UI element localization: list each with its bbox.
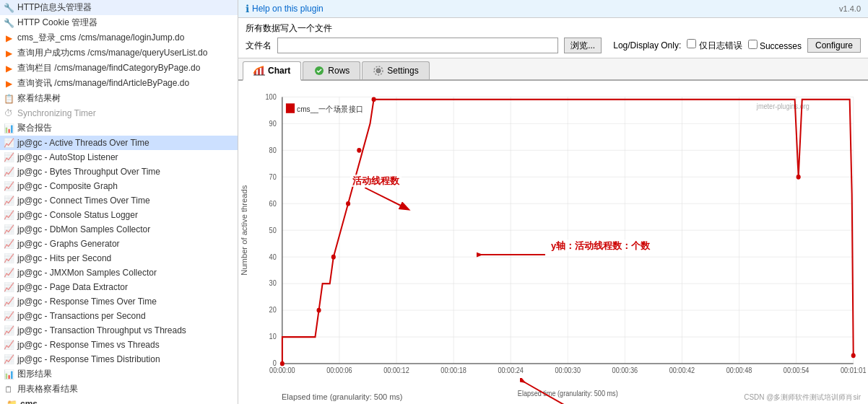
arrow-icon: ▶ (3, 32, 14, 44)
configure-button[interactable]: Configure (807, 38, 861, 53)
svg-text:00:00:12: 00:00:12 (383, 366, 409, 375)
plugin-icon: 📈 (3, 325, 14, 336)
svg-point-63 (851, 353, 856, 358)
list-icon: 📋 (3, 93, 14, 105)
tab-chart[interactable]: Chart (243, 61, 301, 81)
svg-text:Number of active threads: Number of active threads (240, 185, 248, 276)
browse-button[interactable]: 浏览... (564, 38, 602, 53)
sidebar-item-transaction-throughput[interactable]: 📈 jp@gc - Transaction Throughput vs Thre… (0, 323, 238, 338)
plugin-icon: 📈 (3, 224, 14, 235)
csdn-watermark: CSDN @多测师软件测试培训师肖sir (744, 392, 861, 403)
sidebar-item-view-result[interactable]: 📋 察看结果树 (0, 91, 238, 106)
plugin-icon: 📈 (3, 354, 14, 365)
sidebar-item-bytes-throughput[interactable]: 📈 jp@gc - Bytes Throughput Over Time (0, 164, 238, 179)
sidebar-item-response-times-over-time[interactable]: 📈 jp@gc - Response Times Over Time (0, 294, 238, 309)
help-bar: ℹ Help on this plugin v1.4.0 (238, 0, 868, 18)
plugin-icon: 📈 (3, 209, 14, 221)
sidebar-item-autostop[interactable]: 📈 jp@gc - AutoStop Listener (0, 150, 238, 164)
svg-text:00:00:42: 00:00:42 (669, 366, 695, 375)
sidebar-item-page-data[interactable]: 📈 jp@gc - Page Data Extractor (0, 280, 238, 294)
info-icon: ℹ (246, 3, 249, 14)
plugin-icon: 📈 (3, 310, 14, 322)
svg-text:00:00:48: 00:00:48 (726, 366, 752, 375)
help-link[interactable]: ℹ Help on this plugin (246, 3, 324, 14)
plugin-icon: 📈 (3, 281, 14, 293)
arrow-icon: ▶ (3, 63, 14, 74)
plugin-icon: 📈 (3, 180, 14, 192)
sidebar-item-query-column[interactable]: ▶ 查询栏目 /cms/manage/findCategoryByPage.do (0, 61, 238, 76)
successes-checkbox-label[interactable]: Successes (748, 40, 802, 51)
svg-point-58 (331, 255, 336, 260)
main-panel: ℹ Help on this plugin v1.4.0 所有数据写入一个文件 … (238, 0, 868, 404)
svg-text:00:00:18: 00:00:18 (440, 366, 466, 375)
sidebar-item-http-info-mgr[interactable]: 🔧 HTTP信息头管理器 (0, 0, 238, 15)
wrench-icon: 🔧 (3, 17, 14, 29)
sidebar: 🔧 HTTP信息头管理器 🔧 HTTP Cookie 管理器 ▶ cms_登录_… (0, 0, 238, 404)
chart-icon: 📊 (3, 369, 14, 380)
file-row: 文件名 浏览... Log/Display Only: 仅日志错误 Succes… (246, 38, 861, 53)
tab-rows[interactable]: Rows (303, 61, 360, 79)
svg-rect-64 (286, 103, 295, 113)
successes-checkbox[interactable] (748, 40, 758, 49)
tab-settings[interactable]: Settings (362, 61, 429, 79)
chart-svg: .grid-line { stroke: #ddd; stroke-width:… (238, 81, 868, 404)
sidebar-item-transactions-per-sec[interactable]: 📈 jp@gc - Transactions per Second (0, 309, 238, 323)
chart-container: .grid-line { stroke: #ddd; stroke-width:… (238, 81, 868, 404)
tabs-bar: Chart Rows Settings (238, 58, 868, 81)
sidebar-item-dbmon[interactable]: 📈 jp@gc - DbMon Samples Collector (0, 222, 238, 237)
sidebar-item-sync-timer[interactable]: ⏱ Synchronizing Timer (0, 106, 238, 120)
version-label: v1.4.0 (839, 4, 861, 13)
sidebar-item-cms-login[interactable]: ▶ cms_登录_cms /cms/manage/loginJump.do (0, 30, 238, 45)
plugin-icon: 📈 (3, 195, 14, 206)
svg-point-59 (346, 201, 350, 206)
svg-text:00:01:01: 00:01:01 (841, 366, 867, 375)
sidebar-item-console-status[interactable]: 📈 jp@gc - Console Status Logger (0, 208, 238, 222)
svg-text:90: 90 (269, 119, 277, 128)
file-input[interactable] (277, 38, 558, 53)
svg-point-62 (797, 175, 801, 180)
error-only-checkbox[interactable] (687, 39, 696, 48)
svg-text:20: 20 (269, 306, 277, 315)
plugin-icon: 📈 (3, 339, 14, 351)
file-section-title: 所有数据写入一个文件 (246, 22, 861, 35)
plugin-icon: 📈 (3, 166, 14, 177)
sidebar-item-connect-times[interactable]: 📈 jp@gc - Connect Times Over Time (0, 193, 238, 208)
svg-point-5 (376, 69, 381, 73)
file-label: 文件名 (246, 40, 272, 52)
arrow-icon: ▶ (3, 78, 14, 89)
svg-text:10: 10 (269, 333, 277, 341)
sidebar-item-response-dist[interactable]: 📈 jp@gc - Response Times Distribution (0, 352, 238, 366)
svg-point-60 (357, 148, 361, 153)
svg-text:30: 30 (269, 279, 277, 288)
svg-text:70: 70 (269, 172, 277, 181)
plugin-icon: 📈 (3, 252, 14, 264)
svg-text:00:00:06: 00:00:06 (326, 366, 352, 375)
svg-rect-1 (258, 69, 260, 75)
sidebar-item-aggregate[interactable]: 📊 聚合报告 (0, 120, 238, 136)
sidebar-item-jmxmon[interactable]: 📈 jp@gc - JMXMon Samples Collector (0, 265, 238, 280)
svg-point-57 (316, 308, 321, 313)
sidebar-item-http-cookie-mgr[interactable]: 🔧 HTTP Cookie 管理器 (0, 15, 238, 30)
sidebar-item-table-results[interactable]: 🗒 用表格察看结果 (0, 382, 238, 397)
folder-icon: 📁 (6, 398, 17, 404)
svg-text:50: 50 (269, 226, 277, 234)
sidebar-item-cms[interactable]: 📁 cms (0, 397, 238, 404)
sidebar-item-composite[interactable]: 📈 jp@gc - Composite Graph (0, 179, 238, 193)
error-only-checkbox-label[interactable]: 仅日志错误 (687, 39, 742, 52)
svg-text:00:00:36: 00:00:36 (612, 366, 638, 375)
svg-text:100: 100 (265, 92, 276, 101)
log-display-label: Log/Display Only: (613, 40, 681, 50)
sidebar-item-response-vs-threads[interactable]: 📈 jp@gc - Response Times vs Threads (0, 338, 238, 352)
sidebar-item-graphs-gen[interactable]: 📈 jp@gc - Graphs Generator (0, 237, 238, 251)
sidebar-item-query-user[interactable]: ▶ 查询用户成功cms /cms/manage/queryUserList.do (0, 45, 238, 61)
sidebar-item-graph-results[interactable]: 📊 图形结果 (0, 366, 238, 382)
svg-text:00:00:00: 00:00:00 (269, 366, 295, 375)
sidebar-item-active-threads[interactable]: 📈 jp@gc - Active Threads Over Time (0, 136, 238, 150)
rows-tab-icon (313, 65, 325, 76)
plugin-icon: 📈 (3, 238, 14, 250)
chart-tab-icon (253, 65, 265, 76)
sidebar-item-query-news[interactable]: ▶ 查询资讯 /cms/manage/findArticleByPage.do (0, 76, 238, 91)
plugin-icon: 📈 (3, 152, 14, 163)
sidebar-item-hits-per-sec[interactable]: 📈 jp@gc - Hits per Second (0, 251, 238, 265)
svg-text:80: 80 (269, 146, 277, 154)
